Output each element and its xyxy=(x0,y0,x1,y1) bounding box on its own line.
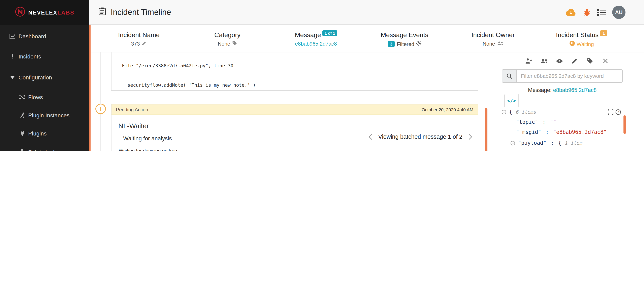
message-count-badge: 1 of 1 xyxy=(322,30,337,36)
pencil-icon[interactable] xyxy=(571,57,578,65)
pager-prev-icon[interactable] xyxy=(368,134,372,140)
batched-message-pager: Viewing batched message 1 of 2 xyxy=(368,133,472,140)
tasks-icon[interactable] xyxy=(597,9,606,16)
events-count-badge: 3 xyxy=(388,41,395,47)
json-scrollbar[interactable] xyxy=(624,115,626,134)
filter-input[interactable] xyxy=(516,69,623,83)
category-col: Category None xyxy=(183,25,272,47)
plug-icon xyxy=(18,130,26,137)
incident-owner-col: Incident Owner None xyxy=(449,25,537,47)
user-check-icon[interactable] xyxy=(525,57,532,65)
message-id-link[interactable]: e8bab965.2d7ac8 xyxy=(553,87,596,93)
close-icon[interactable] xyxy=(602,57,609,65)
bug-icon[interactable] xyxy=(582,8,591,17)
message-detail-panel: Message: e8bab965.2d7ac8 </> { 6 items ?… xyxy=(496,52,644,151)
message-id-line: Message: e8bab965.2d7ac8 xyxy=(502,87,623,93)
expand-icon[interactable] xyxy=(608,109,614,116)
help-icon[interactable]: ? xyxy=(616,109,621,116)
incident-info-bar: Incident Name 373 Category None Message1… xyxy=(90,25,644,52)
timeline-scrollbar[interactable] xyxy=(484,108,488,151)
search-icon xyxy=(502,69,516,83)
json-row-topic: "topic" : "" xyxy=(516,119,556,125)
users-icon[interactable] xyxy=(497,41,504,47)
sidebar-item-incidents[interactable]: ! Incidents xyxy=(0,50,89,63)
decision-text: Waiting for decision on true xyxy=(119,148,177,151)
runner-icon xyxy=(18,112,26,118)
sidebar-item-configuration[interactable]: Configuration xyxy=(0,71,89,83)
page-title-wrap: Incident Timeline xyxy=(98,0,171,25)
pending-action-timestamp: October 20, 2020 4:40 AM xyxy=(422,107,473,112)
incident-status-col: Incident Status1 Waiting xyxy=(537,25,626,47)
page-title: Incident Timeline xyxy=(111,8,171,17)
brand-emblem-icon xyxy=(15,6,26,18)
error-output-card: File "/exec/3388e2d7.a042fe.py", line 30… xyxy=(111,52,478,91)
message-col: Message1 of 1 e8bab965.2d7ac8 xyxy=(272,25,360,47)
sidebar-item-plugins[interactable]: Plugins xyxy=(0,127,89,139)
users-icon[interactable] xyxy=(540,57,548,65)
sidebar-item-plugin-instances[interactable]: Plugin Instances xyxy=(0,109,89,121)
json-row-msgid: "_msgid" : "e8bab965.2d7ac8" xyxy=(516,129,606,135)
sidebar-item-dashboard[interactable]: Dashboard xyxy=(0,30,89,42)
collapse-toggle-icon[interactable] xyxy=(510,140,515,145)
node-subtitle: Waiting for analysis. xyxy=(123,135,174,141)
error-line: securityflow.addNote( 'This is my new no… xyxy=(116,82,478,88)
pager-text: Viewing batched message 1 of 2 xyxy=(378,133,462,140)
collapse-toggle-icon[interactable] xyxy=(502,109,506,114)
user-avatar[interactable]: AU xyxy=(612,6,626,19)
json-viewer-tools: ? xyxy=(608,109,621,116)
error-line: File "/exec/3388e2d7.a042fe.py", line 30 xyxy=(116,63,478,69)
json-row-ioc: "ioc" : true xyxy=(522,150,563,151)
caret-down-icon xyxy=(9,76,16,79)
pager-next-icon[interactable] xyxy=(468,134,472,140)
tag-icon[interactable] xyxy=(586,57,594,65)
topbar: NEVELEXLABS Incident Timeline AU xyxy=(0,0,644,25)
json-root-row: { 6 items xyxy=(502,109,536,115)
message-id-link[interactable]: e8bab965.2d7ac8 xyxy=(295,41,337,47)
brand-name: NEVELEXLABS xyxy=(28,9,74,16)
timeline-connector xyxy=(100,52,101,151)
pending-action-card: Pending Action October 20, 2020 4:40 AM … xyxy=(111,104,478,151)
timeline-alert-badge: ! xyxy=(96,104,106,114)
app-root: NEVELEXLABS Incident Timeline AU Dashboa… xyxy=(0,0,644,151)
sidebar: Dashboard ! Incidents Configuration Flow… xyxy=(0,25,90,151)
node-title: NL-Waiter xyxy=(118,122,149,130)
message-events-col: Message Events 3 Filtered xyxy=(360,25,449,47)
tag-icon[interactable] xyxy=(232,41,237,47)
timeline-main: File "/exec/3388e2d7.a042fe.py", line 30… xyxy=(90,52,496,151)
chart-line-icon xyxy=(9,33,16,40)
panel-action-icons xyxy=(525,57,609,65)
exclamation-icon: ! xyxy=(9,53,16,60)
keyword-filter xyxy=(502,69,623,83)
shuffle-icon xyxy=(18,94,26,100)
status-value: Waiting xyxy=(576,41,594,47)
sitemap-icon xyxy=(18,149,26,151)
topbar-actions: AU xyxy=(566,0,626,25)
filter-gear-icon[interactable] xyxy=(416,41,422,47)
brand-logo[interactable]: NEVELEXLABS xyxy=(0,0,89,25)
sidebar-item-flows[interactable]: Flows xyxy=(0,91,89,103)
status-count-badge: 1 xyxy=(600,30,607,36)
clipboard-icon xyxy=(98,7,106,17)
eye-icon[interactable] xyxy=(556,57,563,65)
svg-text:?: ? xyxy=(617,110,619,114)
code-view-tab[interactable]: </> xyxy=(504,94,519,107)
cloud-download-icon[interactable] xyxy=(566,8,576,17)
pause-circle-icon xyxy=(569,41,574,47)
sidebar-item-fabric-instances[interactable]: Fabric Instances xyxy=(0,146,89,151)
edit-pencil-icon[interactable] xyxy=(142,41,147,47)
pending-action-label: Pending Action xyxy=(116,107,148,112)
incident-name-col: Incident Name 373 xyxy=(94,25,183,47)
json-row-payload: "payload" : { 1 item xyxy=(510,140,582,146)
